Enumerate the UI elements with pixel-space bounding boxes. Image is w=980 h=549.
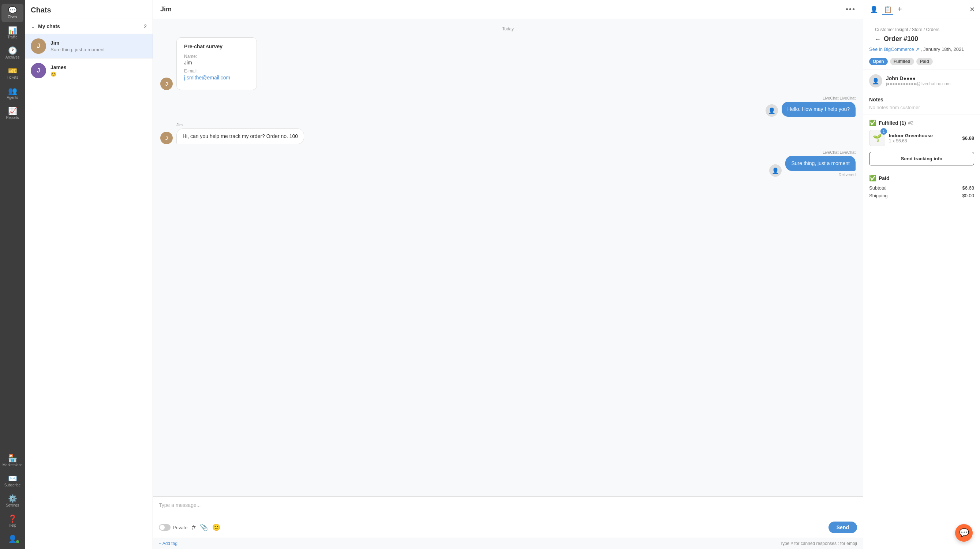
- product-info: Indoor Greenhouse 1 x $6.68: [889, 133, 958, 143]
- traffic-icon: 📊: [8, 27, 17, 34]
- user-sender-1: Jim: [177, 123, 304, 127]
- shipping-value: $0.00: [962, 193, 974, 198]
- paid-section: ✅ Paid Subtotal $6.68 Shipping $0.00: [863, 170, 980, 205]
- chevron-down-icon[interactable]: ⌄: [31, 24, 35, 29]
- archives-icon: 🕐: [8, 47, 17, 54]
- message-status: Delivered: [785, 172, 856, 177]
- survey-field-name: Name: Jim: [184, 54, 249, 65]
- bigcommerce-link[interactable]: See in BigCommerce: [869, 46, 914, 52]
- nav-item-chats[interactable]: 💬 Chats: [2, 4, 24, 22]
- right-panel-header: 👤 📋 + ✕: [863, 0, 980, 19]
- agent-sender-1: LiveChat LiveChat: [782, 96, 856, 100]
- nav-item-agents[interactable]: 👥 Agents: [2, 84, 24, 103]
- fulfilled-header: ✅ Fulfilled (1) #2: [869, 119, 974, 126]
- agent-msg-content-2: LiveChat LiveChat Sure thing, just a mom…: [785, 150, 856, 177]
- chat-info-jim: Jim Sure thing, just a moment: [51, 40, 147, 53]
- back-arrow-icon[interactable]: ←: [875, 36, 881, 43]
- chat-list-title: Chats: [31, 6, 51, 14]
- nav-item-help[interactable]: ❓ Help: [2, 512, 24, 531]
- order-title: Order #100: [884, 35, 918, 43]
- hashtag-icon[interactable]: #: [192, 524, 196, 531]
- private-toggle[interactable]: Private: [159, 524, 187, 531]
- my-chats-count: 2: [144, 24, 147, 29]
- left-navigation: 💬 Chats 📊 Traffic 🕐 Archives 🎫 Tickets 👥…: [0, 0, 25, 549]
- customer-name: John D●●●●: [886, 75, 974, 81]
- marketplace-icon: 🏪: [8, 455, 17, 462]
- product-row: 🌱 1 Indoor Greenhouse 1 x $6.68 $6.68: [869, 130, 974, 146]
- user-avatar-icon: 👤: [8, 535, 17, 543]
- chat-header: Jim •••: [153, 0, 863, 19]
- subtotal-value: $6.68: [962, 185, 974, 191]
- nav-item-settings[interactable]: ⚙️ Settings: [2, 492, 24, 511]
- add-tag-link[interactable]: + Add tag: [159, 541, 178, 546]
- survey-message: J Pre-chat survey Name: Jim E-mail: j.sm…: [160, 37, 257, 90]
- check-fulfilled-icon: ✅: [869, 119, 877, 126]
- product-qty-badge: 1: [880, 128, 887, 135]
- fulfilled-id: #2: [908, 120, 913, 126]
- chat-item-jim[interactable]: J Jim Sure thing, just a moment: [25, 34, 153, 59]
- nav-label-traffic: Traffic: [7, 35, 17, 40]
- person-icon[interactable]: 👤: [869, 4, 879, 15]
- nav-item-tickets[interactable]: 🎫 Tickets: [2, 64, 24, 83]
- agent-sender-2: LiveChat LiveChat: [785, 150, 856, 154]
- nav-label-tickets: Tickets: [6, 75, 18, 80]
- emoji-icon[interactable]: 🙂: [212, 524, 220, 531]
- back-row: ← Order #100: [869, 34, 974, 46]
- more-options-icon[interactable]: •••: [846, 5, 856, 14]
- nav-label-chats: Chats: [8, 15, 17, 19]
- add-panel-icon[interactable]: +: [896, 4, 904, 15]
- external-link-icon: ↗: [916, 47, 919, 52]
- customer-row: 👤 John D●●●● j●●●●●●●●●●●@livechatinc.co…: [863, 70, 980, 92]
- chat-footer: + Add tag Type # for canned responses : …: [153, 538, 863, 549]
- product-name: Indoor Greenhouse: [889, 133, 958, 138]
- chat-name-james: James: [51, 64, 147, 70]
- fulfilled-title: Fulfilled (1): [879, 120, 906, 126]
- nav-item-archives[interactable]: 🕐 Archives: [2, 44, 24, 63]
- agent-bubble-2: Sure thing, just a moment: [785, 156, 856, 171]
- reports-icon: 📈: [8, 107, 17, 115]
- nav-item-subscribe[interactable]: ✉️ Subscribe: [2, 472, 24, 490]
- shipping-label: Shipping: [869, 193, 888, 198]
- close-panel-icon[interactable]: ✕: [969, 5, 975, 14]
- avatar-james: J: [31, 63, 46, 78]
- fulfilled-section: ✅ Fulfilled (1) #2 🌱 1 Indoor Greenhouse…: [863, 115, 980, 170]
- subtotal-row: Subtotal $6.68: [869, 185, 974, 191]
- nav-label-agents: Agents: [6, 95, 18, 100]
- paid-header: ✅ Paid: [869, 175, 974, 181]
- message-input-placeholder: Type a message...: [159, 502, 200, 508]
- notes-empty: No notes from customer: [869, 105, 974, 110]
- agents-icon: 👥: [8, 87, 17, 94]
- agent-message-2: LiveChat LiveChat Sure thing, just a mom…: [769, 150, 856, 177]
- nav-label-subscribe: Subscribe: [5, 483, 21, 487]
- private-switch[interactable]: [159, 524, 170, 531]
- subscribe-icon: ✉️: [8, 475, 17, 482]
- chat-widget[interactable]: 💬: [955, 524, 973, 542]
- product-image: 🌱 1: [869, 130, 885, 146]
- avatar-jim: J: [31, 38, 46, 54]
- user-avatar-1: J: [160, 132, 173, 144]
- survey-name-value: Jim: [184, 60, 249, 65]
- survey-email-value[interactable]: j.smithe@email.com: [184, 75, 230, 81]
- chat-input-area: Type a message... Private # 📎 🙂 Send + A…: [153, 496, 863, 549]
- orders-chart-icon[interactable]: 📋: [882, 4, 893, 15]
- chat-preview-jim: Sure thing, just a moment: [51, 47, 147, 53]
- attachment-icon[interactable]: 📎: [200, 524, 208, 531]
- message-input-box[interactable]: Type a message...: [153, 496, 863, 519]
- breadcrumb-section: Customer Insight / Store / Orders ← Orde…: [863, 19, 980, 70]
- breadcrumb: Customer Insight / Store / Orders: [869, 24, 974, 34]
- nav-label-settings: Settings: [6, 503, 19, 508]
- subtotal-label: Subtotal: [869, 185, 887, 191]
- nav-label-reports: Reports: [6, 116, 19, 120]
- nav-item-avatar[interactable]: 👤: [2, 532, 24, 545]
- nav-item-marketplace[interactable]: 🏪 Marketplace: [2, 452, 24, 470]
- status-badges: Open Fulfilled Paid: [869, 58, 974, 65]
- nav-item-reports[interactable]: 📈 Reports: [2, 104, 24, 123]
- send-tracking-button[interactable]: Send tracking info: [869, 152, 974, 165]
- customer-info: John D●●●● j●●●●●●●●●●●@livechatinc.com: [886, 75, 974, 86]
- notes-section: Notes No notes from customer: [863, 92, 980, 115]
- survey-field-email: E-mail: j.smithe@email.com: [184, 68, 249, 81]
- badge-fulfilled: Fulfilled: [890, 58, 914, 65]
- nav-item-traffic[interactable]: 📊 Traffic: [2, 24, 24, 43]
- chat-item-james[interactable]: J James 😊: [25, 59, 153, 83]
- send-button[interactable]: Send: [829, 522, 857, 533]
